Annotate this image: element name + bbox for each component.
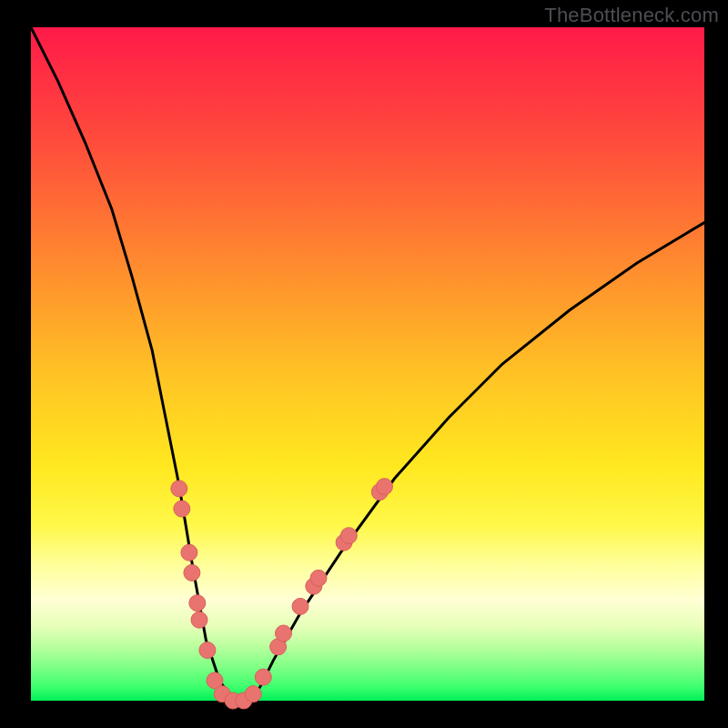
curve-marker — [340, 528, 357, 544]
curve-marker — [292, 598, 308, 614]
bottleneck-curve — [31, 27, 704, 701]
curve-marker — [181, 544, 197, 561]
curve-marker — [245, 686, 261, 703]
curve-marker — [189, 595, 206, 612]
bottleneck-curve-svg — [0, 0, 728, 728]
curve-marker — [171, 480, 187, 497]
curve-marker — [191, 612, 207, 628]
curve-marker — [255, 669, 271, 685]
curve-marker — [174, 500, 190, 517]
curve-markers-group — [171, 479, 393, 709]
curve-marker — [276, 625, 292, 642]
watermark-text: TheBottleneck.com — [544, 4, 719, 27]
curve-marker — [199, 642, 216, 659]
curve-marker — [184, 564, 200, 581]
curve-marker — [310, 570, 327, 586]
curve-marker — [377, 479, 393, 495]
chart-frame: TheBottleneck.com — [0, 0, 728, 728]
